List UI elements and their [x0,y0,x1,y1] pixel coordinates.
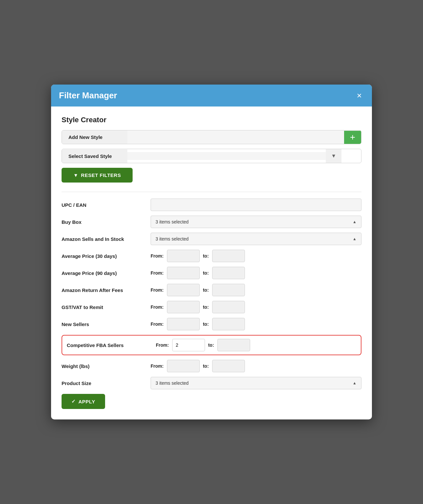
add-new-style-input[interactable] [127,130,344,144]
competitive-fba-from-label: From: [156,342,169,348]
gst-vat-to-input[interactable] [212,301,245,313]
amazon-return-to-input[interactable] [212,284,245,296]
weight-to-label: to: [203,363,209,369]
filter-manager-modal: Filter Manager ✕ Style Creator Add New S… [51,85,372,419]
apply-label: APPLY [79,399,95,404]
buy-box-select[interactable]: 3 items selected ▲ [151,216,361,228]
competitive-fba-to-input[interactable] [217,339,250,351]
amazon-return-range: From: to: [151,284,245,296]
amazon-return-from-input[interactable] [167,284,200,296]
divider [62,192,361,192]
select-saved-style-row: Select Saved Style ▼ [62,149,361,163]
amazon-return-from-label: From: [151,287,164,293]
buy-box-label: Buy Box [62,219,147,225]
new-sellers-label: New Sellers [62,321,147,327]
section-title: Style Creator [62,116,361,124]
avg-price-30-label: Average Price (30 days) [62,253,147,259]
close-button[interactable]: ✕ [354,91,364,101]
buy-box-arrow-icon: ▲ [348,220,361,224]
new-sellers-to-label: to: [203,321,209,327]
competitive-fba-from-input[interactable] [172,339,205,351]
modal-body: Style Creator Add New Style Select Saved… [51,107,372,419]
weight-label: Weight (lbs) [62,363,147,369]
gst-vat-from-input[interactable] [167,301,200,313]
gst-vat-range: From: to: [151,301,245,313]
avg-price-90-to-input[interactable] [212,267,245,279]
apply-check-icon: ✓ [71,398,76,404]
add-new-style-row: Add New Style [62,130,361,144]
avg-price-30-range: From: to: [151,250,245,262]
upc-ean-label: UPC / EAN [62,202,147,208]
product-size-arrow-icon: ▲ [348,381,361,385]
avg-price-30-from-input[interactable] [167,250,200,262]
new-sellers-from-input[interactable] [167,318,200,330]
new-sellers-from-label: From: [151,321,164,327]
filter-row-amazon-sells: Amazon Sells and In Stock 3 items select… [62,233,361,245]
avg-price-90-label: Average Price (90 days) [62,270,147,276]
amazon-return-label: Amazon Return After Fees [62,287,147,293]
select-saved-style-label: Select Saved Style [62,149,127,163]
gst-vat-from-label: From: [151,304,164,310]
add-style-button[interactable] [344,131,361,144]
select-saved-style-arrow: ▼ [326,149,341,163]
amazon-sells-select[interactable]: 3 items selected ▲ [151,233,361,245]
filter-row-product-size: Product Size 3 items selected ▲ [62,377,361,389]
new-sellers-range: From: to: [151,318,245,330]
filter-row-gst-vat: GST/VAT to Remit From: to: [62,301,361,313]
competitive-fba-to-label: to: [208,342,214,348]
gst-vat-to-label: to: [203,304,209,310]
amazon-sells-arrow-icon: ▲ [348,237,361,241]
plus-icon [349,134,356,141]
buy-box-value: 3 items selected [151,216,348,228]
filter-row-weight: Weight (lbs) From: to: [62,360,361,372]
filter-row-new-sellers: New Sellers From: to: [62,318,361,330]
weight-from-label: From: [151,363,164,369]
apply-button[interactable]: ✓ APPLY [62,394,105,409]
svg-rect-1 [350,137,355,138]
amazon-return-to-label: to: [203,287,209,293]
amazon-sells-label: Amazon Sells and In Stock [62,236,147,242]
amazon-sells-value: 3 items selected [151,233,348,245]
avg-price-30-to-label: to: [203,253,209,259]
product-size-select[interactable]: 3 items selected ▲ [151,377,361,389]
weight-range: From: to: [151,360,245,372]
weight-to-input[interactable] [212,360,245,372]
filter-row-buy-box: Buy Box 3 items selected ▲ [62,216,361,228]
select-saved-style-value[interactable] [127,152,326,160]
modal-header: Filter Manager ✕ [51,85,372,107]
modal-title: Filter Manager [59,90,117,101]
add-new-style-label: Add New Style [62,130,127,144]
reset-filters-label: RESET FILTERS [81,172,121,178]
avg-price-30-to-input[interactable] [212,250,245,262]
filter-row-avg-price-90: Average Price (90 days) From: to: [62,267,361,279]
reset-filters-button[interactable]: ▼ RESET FILTERS [62,168,133,183]
avg-price-30-from-label: From: [151,253,164,259]
weight-from-input[interactable] [167,360,200,372]
filter-row-competitive-fba: Competitive FBA Sellers From: to: [62,335,361,355]
filter-row-avg-price-30: Average Price (30 days) From: to: [62,250,361,262]
avg-price-90-from-label: From: [151,270,164,276]
product-size-value: 3 items selected [151,377,348,389]
avg-price-90-from-input[interactable] [167,267,200,279]
new-sellers-to-input[interactable] [212,318,245,330]
filter-row-upc-ean: UPC / EAN [62,199,361,211]
competitive-fba-range: From: to: [156,339,250,351]
product-size-label: Product Size [62,380,147,386]
competitive-fba-label: Competitive FBA Sellers [67,342,152,348]
filter-row-amazon-return: Amazon Return After Fees From: to: [62,284,361,296]
avg-price-90-range: From: to: [151,267,245,279]
avg-price-90-to-label: to: [203,270,209,276]
upc-ean-input[interactable] [151,199,361,211]
filter-icon: ▼ [73,172,78,178]
gst-vat-label: GST/VAT to Remit [62,304,147,310]
